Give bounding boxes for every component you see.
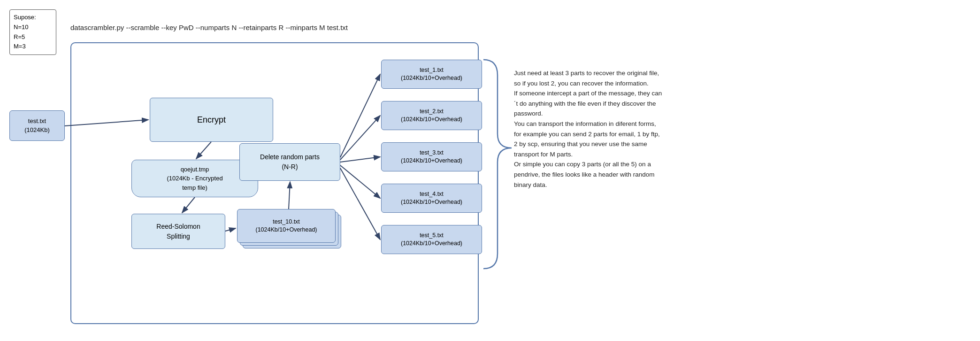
stacked-box-container: test_10.txt(1024Kb/10+Overhead) [237,209,340,251]
diagram-container: Supose:N=10R=5M=3 datascrambler.py --scr… [0,0,980,341]
output-box-3: test_3.txt(1024Kb/10+Overhead) [381,142,482,171]
supose-box: Supose:N=10R=5M=3 [9,9,56,55]
output-box-5: test_5.txt(1024Kb/10+Overhead) [381,225,482,254]
encrypt-label: Encrypt [197,115,226,125]
output-label-5: test_5.txt(1024Kb/10+Overhead) [401,232,462,248]
stacked-box-front: test_10.txt(1024Kb/10+Overhead) [237,209,336,243]
output-box-4: test_4.txt(1024Kb/10+Overhead) [381,184,482,213]
command-text: datascrambler.py --scramble --key PwD --… [70,23,348,31]
description-text: Just need at least 3 parts to recover th… [514,68,664,190]
input-file-label: test.txt(1024Kb) [24,117,49,134]
output-label-2: test_2.txt(1024Kb/10+Overhead) [401,108,462,124]
output-label-3: test_3.txt(1024Kb/10+Overhead) [401,149,462,165]
delete-box-label: Delete random parts(N-R) [260,152,320,172]
temp-file-label: qoejut.tmp(1024Kb - Encryptedtemp file) [167,165,222,193]
delete-box: Delete random parts(N-R) [239,143,340,181]
reed-solomon-label: Reed-SolomonSplitting [156,222,200,241]
output-label-1: test_1.txt(1024Kb/10+Overhead) [401,66,462,83]
stacked-box-label: test_10.txt(1024Kb/10+Overhead) [256,218,317,234]
supose-text: Supose:N=10R=5M=3 [14,14,36,50]
reed-solomon-box: Reed-SolomonSplitting [131,214,225,249]
input-file-box: test.txt(1024Kb) [9,110,65,141]
encrypt-box: Encrypt [150,98,273,142]
output-box-1: test_1.txt(1024Kb/10+Overhead) [381,60,482,89]
output-label-4: test_4.txt(1024Kb/10+Overhead) [401,190,462,207]
output-box-2: test_2.txt(1024Kb/10+Overhead) [381,101,482,130]
